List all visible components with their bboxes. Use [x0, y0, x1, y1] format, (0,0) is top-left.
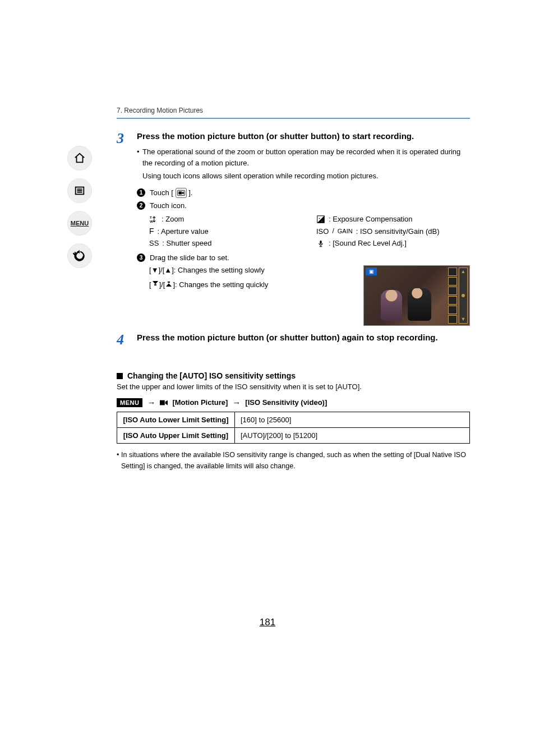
sidebar: MENU	[67, 146, 92, 268]
arrow-icon: →	[232, 398, 241, 407]
menu-icon[interactable]: MENU	[67, 211, 92, 236]
exposure-comp-icon: +-	[316, 215, 325, 224]
menu-path-1: [Motion Picture]	[172, 398, 228, 407]
svg-text:W: W	[150, 219, 153, 223]
step-3-title: Press the motion picture button (or shut…	[137, 131, 470, 141]
shutter-label: : Shutter speed	[162, 239, 211, 247]
slow-change-text: [▼]/[▲]: Changes the setting slowly	[149, 265, 351, 275]
step-number: 4	[117, 333, 129, 348]
down-big-icon	[151, 280, 159, 289]
sound-label: : [Sound Rec Level Adj.]	[329, 239, 407, 247]
svg-rect-19	[160, 400, 165, 405]
arrow-icon: →	[147, 398, 155, 407]
back-icon[interactable]	[67, 243, 92, 268]
svg-marker-17	[166, 283, 172, 287]
home-icon[interactable]	[67, 146, 92, 170]
iso-lower-val: [160] to [25600]	[235, 412, 470, 428]
exposure-label: : Exposure Compensation	[329, 215, 413, 223]
substep-3-text: Drag the slide bar to set.	[150, 252, 229, 264]
down-small-icon: ▼	[151, 265, 159, 275]
substep-1-text-b: ].	[188, 188, 192, 197]
zoom-icon: TW	[149, 215, 158, 224]
svg-marker-7	[182, 191, 184, 194]
step-3: 3 Press the motion picture button (or sh…	[117, 131, 470, 326]
substep-2: 2 Touch icon.	[137, 200, 470, 211]
iso-upper-key: [ISO Auto Upper Limit Setting]	[117, 428, 235, 444]
table-row: [ISO Auto Lower Limit Setting] [160] to …	[117, 412, 470, 428]
touch-icon-legend: TW : Zoom +- : Exposure Compensation F :…	[149, 215, 470, 248]
substep-1: 1 Touch [ ].	[137, 187, 470, 199]
gain-icon: GAIN	[338, 228, 353, 234]
movie-overlay-icon: ▣	[366, 268, 377, 275]
circled-3-icon: 3	[137, 253, 145, 262]
zoom-label: : Zoom	[162, 215, 184, 223]
motion-picture-menu-icon	[160, 399, 168, 406]
up-big-icon	[165, 280, 173, 289]
square-bullet-icon	[117, 373, 123, 379]
circled-2-icon: 2	[137, 201, 145, 210]
mic-icon	[316, 239, 325, 248]
menu-path: MENU → [Motion Picture] → [ISO Sensitivi…	[117, 398, 470, 407]
iso-section-desc: Set the upper and lower limits of the IS…	[117, 382, 470, 391]
substep-2-text: Touch icon.	[150, 200, 187, 211]
step-4: 4 Press the motion picture button (or sh…	[117, 333, 470, 348]
circled-1-icon: 1	[137, 188, 145, 197]
iso-lower-key: [ISO Auto Lower Limit Setting]	[117, 412, 235, 428]
svg-text:+: +	[319, 216, 321, 220]
svg-marker-20	[165, 400, 168, 405]
chapter-title: 7. Recording Motion Pictures	[117, 107, 470, 119]
iso-section-header: Changing the [AUTO] ISO sensitivity sett…	[117, 371, 470, 380]
iso-label: : ISO sensitivity/Gain (dB)	[356, 227, 440, 236]
aperture-icon: F	[149, 227, 154, 236]
iso-upper-val: [AUTO]/[200] to [51200]	[235, 428, 470, 444]
svg-rect-6	[178, 191, 182, 194]
shutter-icon: SS	[149, 239, 159, 247]
step-3-bullet-cont: Using touch icons allows silent operatio…	[137, 170, 470, 182]
svg-text:T: T	[150, 215, 152, 219]
toc-icon[interactable]	[67, 178, 92, 203]
iso-settings-table: [ISO Auto Lower Limit Setting] [160] to …	[117, 412, 470, 444]
svg-rect-16	[154, 284, 156, 285]
aperture-label: : Aperture value	[158, 227, 209, 236]
step-4-title: Press the motion picture button (or shut…	[137, 333, 470, 342]
svg-rect-14	[320, 240, 321, 243]
fast-change-text: []/[]: Changes the setting quickly	[149, 280, 351, 290]
svg-text:-: -	[321, 219, 322, 223]
step-number: 3	[117, 131, 129, 326]
page-content: 7. Recording Motion Pictures 3 Press the…	[117, 107, 470, 472]
example-screenshot: ▣ ▲▼	[363, 265, 470, 326]
substep-1-text-a: Touch [	[150, 188, 173, 197]
iso-icon: ISO	[316, 227, 329, 236]
menu-path-2: [ISO Sensitivity (video)]	[245, 398, 327, 407]
menu-badge-icon: MENU	[117, 398, 142, 407]
up-small-icon: ▲	[164, 265, 172, 275]
table-row: [ISO Auto Upper Limit Setting] [AUTO]/[2…	[117, 428, 470, 444]
iso-section-title: Changing the [AUTO] ISO sensitivity sett…	[127, 371, 296, 380]
svg-rect-18	[168, 282, 170, 283]
movie-tab-icon	[176, 188, 187, 198]
step-3-bullet: The operational sound of the zoom or but…	[137, 146, 470, 168]
page-number[interactable]: 181	[0, 617, 535, 628]
iso-note: In situations where the available ISO se…	[117, 449, 470, 472]
substep-3: 3 Drag the slide bar to set.	[137, 252, 470, 264]
svg-marker-15	[153, 281, 158, 284]
